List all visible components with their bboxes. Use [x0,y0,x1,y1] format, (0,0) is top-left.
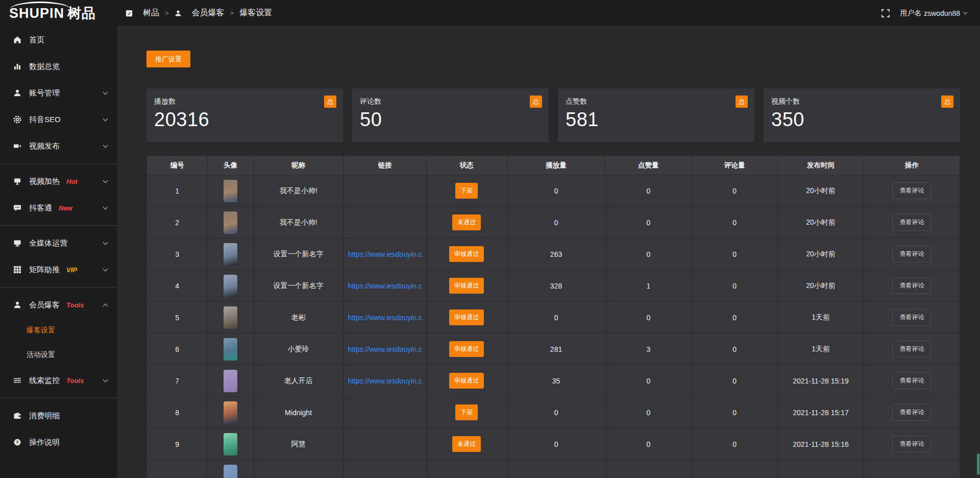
cell-action[interactable]: 查看评论 [864,207,960,238]
sidebar-item[interactable]: 线索监控Tools [0,367,117,394]
status-badge[interactable]: 审核通过 [449,246,484,262]
cell-link [344,428,426,460]
cell-plays: 263 [507,238,605,270]
cell-link[interactable]: https://www.iesdouyin.c [344,270,426,302]
status-badge[interactable]: 审核通过 [449,373,484,389]
cell-avatar [208,238,253,270]
sidebar-item-label: 全媒体运营 [29,238,67,248]
sidebar-item[interactable]: 数据总览 [0,53,117,80]
cell-status[interactable]: 审核通过 [426,270,507,302]
view-comments-button[interactable]: 查看评论 [892,341,931,357]
avatar [224,465,237,478]
cell-link[interactable]: https://www.iesdouyin.c [344,238,426,270]
promo-settings-button[interactable]: 推广设置 [146,51,190,67]
sidebar-divider [0,163,117,164]
cell-nickname [253,460,344,478]
fullscreen-icon[interactable] [881,9,890,17]
cell-comments [692,460,778,478]
cell-status[interactable]: 审核通过 [426,333,507,365]
status-badge[interactable]: 下架 [455,404,478,420]
cell-action[interactable]: 查看评论 [864,270,960,302]
cell-status[interactable]: 审核通过 [426,238,507,270]
sidebar-item[interactable]: 视频发布 [0,133,117,159]
cell-action[interactable]: 查看评论 [864,397,960,428]
sidebar-item[interactable]: 账号管理 [0,80,117,106]
sidebar-item[interactable]: 抖客通New [0,195,117,221]
cell-status[interactable]: 下架 [426,175,507,207]
sidebar-item[interactable]: 首页 [0,27,117,53]
sidebar-item[interactable]: 抖音SEO [0,106,117,133]
user-menu[interactable]: 用户名：zswodun88 [900,9,967,18]
breadcrumb-item-shupin[interactable]: 树品 [126,8,159,18]
sidebar-menu: 首页数据总览账号管理抖音SEO视频发布视频加热Hot抖客通New全媒体运营矩阵助… [0,27,117,456]
cell-status[interactable]: 未通过 [426,207,507,238]
cell-status [426,460,507,478]
sidebar-item-label: 会员爆客 [29,300,60,310]
cell-link[interactable]: https://www.iesdouyin.c [344,365,426,397]
chevron-down-icon [103,266,108,271]
cell-action[interactable]: 查看评论 [864,365,960,397]
view-comments-button[interactable]: 查看评论 [892,214,931,231]
cell-time: 1天前 [778,302,864,333]
cell-action[interactable]: 查看评论 [864,333,960,365]
total-badge: 总 [324,95,336,108]
table-row [147,460,960,478]
video-link[interactable]: https://www.iesdouyin.c [348,282,422,290]
cell-id: 6 [147,333,208,365]
view-comments-button[interactable]: 查看评论 [892,182,931,199]
breadcrumb-item-member[interactable]: 会员爆客 [175,8,225,18]
cell-action[interactable]: 查看评论 [864,428,960,460]
view-comments-button[interactable]: 查看评论 [892,277,931,294]
sidebar-item[interactable]: 会员爆客Tools [0,292,117,318]
cell-comments: 0 [692,175,778,207]
video-link[interactable]: https://www.iesdouyin.c [348,250,422,258]
video-link[interactable]: https://www.iesdouyin.c [348,377,422,385]
cell-plays: 35 [507,365,605,397]
sidebar-item[interactable]: 全媒体运营 [0,230,117,256]
sidebar-subitem-active[interactable]: 爆客设置 [0,318,117,343]
view-comments-button[interactable]: 查看评论 [892,436,931,452]
status-badge[interactable]: 审核通过 [449,341,484,357]
cell-link[interactable]: https://www.iesdouyin.c [344,333,426,365]
view-comments-button[interactable]: 查看评论 [892,404,931,421]
cell-time: 1天前 [778,333,864,365]
scrollbar-thumb[interactable] [977,453,979,475]
cell-time: 20小时前 [778,175,864,207]
breadcrumb-item-current: 爆客设置 [239,8,272,18]
cell-link[interactable]: https://www.iesdouyin.c [344,302,426,333]
avatar [224,243,237,266]
sidebar-item[interactable]: 消费明细 [0,402,117,429]
sidebar-item-label: 消费明细 [29,411,60,421]
status-badge[interactable]: 审核通过 [449,278,484,294]
sidebar-item[interactable]: 矩阵助推VIP [0,256,117,283]
cell-action[interactable]: 查看评论 [864,302,960,333]
sidebar-item[interactable]: 视频加热Hot [0,168,117,195]
video-link[interactable]: https://www.iesdouyin.c [348,314,422,322]
cell-action[interactable]: 查看评论 [864,175,960,207]
sidebar-item[interactable]: ?操作说明 [0,429,117,456]
sidebar-subitem[interactable]: 活动设置 [0,343,117,367]
cell-nickname: 设置一个新名字 [253,238,344,270]
cell-action[interactable]: 查看评论 [864,238,960,270]
table-row: 8Midnight下架0002021-11-28 15:17查看评论 [147,397,960,428]
view-comments-button[interactable]: 查看评论 [892,372,931,389]
cell-avatar [208,333,253,365]
status-badge[interactable]: 未通过 [452,436,481,452]
sidebar-item-badge: Tools [66,301,84,309]
cell-status[interactable]: 下架 [426,397,507,428]
status-badge[interactable]: 审核通过 [449,309,484,325]
cell-time: 20小时前 [778,270,864,302]
video-link[interactable]: https://www.iesdouyin.c [348,345,422,353]
view-comments-button[interactable]: 查看评论 [892,309,931,326]
cell-status[interactable]: 审核通过 [426,365,507,397]
status-badge[interactable]: 未通过 [452,214,481,230]
cell-status[interactable]: 审核通过 [426,302,507,333]
table-row: 6小爱玲https://www.iesdouyin.c审核通过281301天前查… [147,333,960,365]
table-row: 1我不是小帅!下架00020小时前查看评论 [147,175,960,207]
cell-status[interactable]: 未通过 [426,428,507,460]
status-badge[interactable]: 下架 [455,183,478,199]
brand-logo[interactable]: SHUPIN树品 [0,0,117,27]
brand-name-cn: 树品 [67,6,96,21]
cell-nickname: 小爱玲 [253,333,344,365]
view-comments-button[interactable]: 查看评论 [892,246,931,262]
